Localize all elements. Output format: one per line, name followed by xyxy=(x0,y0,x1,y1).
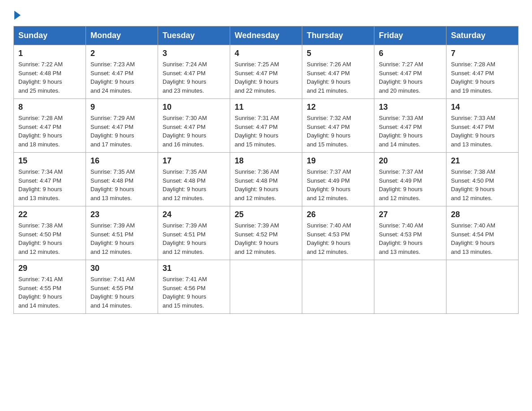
day-info: Sunrise: 7:29 AM Sunset: 4:47 PM Dayligh… xyxy=(90,114,153,149)
day-number: 3 xyxy=(163,49,225,58)
day-info: Sunrise: 7:28 AM Sunset: 4:47 PM Dayligh… xyxy=(18,114,81,149)
day-number: 10 xyxy=(163,103,225,112)
calendar-cell: 17 Sunrise: 7:35 AM Sunset: 4:48 PM Dayl… xyxy=(158,153,230,206)
calendar-cell: 24 Sunrise: 7:39 AM Sunset: 4:51 PM Dayl… xyxy=(158,206,230,260)
day-number: 23 xyxy=(90,210,153,219)
weekday-header-saturday: Saturday xyxy=(446,26,519,45)
weekday-header-monday: Monday xyxy=(86,26,158,45)
calendar-cell: 8 Sunrise: 7:28 AM Sunset: 4:47 PM Dayli… xyxy=(14,99,86,153)
calendar-cell xyxy=(446,260,519,314)
calendar-cell xyxy=(302,260,374,314)
day-number: 20 xyxy=(379,156,442,166)
day-info: Sunrise: 7:33 AM Sunset: 4:47 PM Dayligh… xyxy=(379,114,442,149)
weekday-header-wednesday: Wednesday xyxy=(230,26,302,45)
calendar-week-row: 22 Sunrise: 7:38 AM Sunset: 4:50 PM Dayl… xyxy=(14,206,519,260)
day-number: 25 xyxy=(235,210,297,219)
calendar-cell: 16 Sunrise: 7:35 AM Sunset: 4:48 PM Dayl… xyxy=(86,153,158,206)
calendar-cell: 11 Sunrise: 7:31 AM Sunset: 4:47 PM Dayl… xyxy=(230,99,302,153)
page-header xyxy=(13,9,519,17)
day-number: 5 xyxy=(307,49,369,58)
calendar-header-row: SundayMondayTuesdayWednesdayThursdayFrid… xyxy=(14,26,519,45)
calendar-cell: 6 Sunrise: 7:27 AM Sunset: 4:47 PM Dayli… xyxy=(374,45,446,99)
calendar-cell: 25 Sunrise: 7:39 AM Sunset: 4:52 PM Dayl… xyxy=(230,206,302,260)
calendar-cell: 26 Sunrise: 7:40 AM Sunset: 4:53 PM Dayl… xyxy=(302,206,374,260)
calendar-cell xyxy=(230,260,302,314)
day-info: Sunrise: 7:30 AM Sunset: 4:47 PM Dayligh… xyxy=(163,114,225,149)
day-number: 31 xyxy=(163,264,225,273)
calendar-cell xyxy=(374,260,446,314)
day-number: 28 xyxy=(451,210,514,219)
day-number: 13 xyxy=(379,103,442,112)
day-info: Sunrise: 7:27 AM Sunset: 4:47 PM Dayligh… xyxy=(379,60,442,95)
day-number: 19 xyxy=(307,156,369,166)
day-info: Sunrise: 7:41 AM Sunset: 4:56 PM Dayligh… xyxy=(163,275,225,310)
day-number: 18 xyxy=(235,156,297,166)
day-number: 12 xyxy=(307,103,369,112)
day-number: 21 xyxy=(451,156,514,166)
calendar-cell: 20 Sunrise: 7:37 AM Sunset: 4:49 PM Dayl… xyxy=(374,153,446,206)
day-info: Sunrise: 7:26 AM Sunset: 4:47 PM Dayligh… xyxy=(307,60,369,95)
day-number: 14 xyxy=(451,103,514,112)
calendar-cell: 5 Sunrise: 7:26 AM Sunset: 4:47 PM Dayli… xyxy=(302,45,374,99)
day-info: Sunrise: 7:35 AM Sunset: 4:48 PM Dayligh… xyxy=(90,167,153,202)
weekday-header-thursday: Thursday xyxy=(302,26,374,45)
day-info: Sunrise: 7:33 AM Sunset: 4:47 PM Dayligh… xyxy=(451,114,514,149)
day-info: Sunrise: 7:40 AM Sunset: 4:53 PM Dayligh… xyxy=(379,221,442,256)
logo xyxy=(13,9,21,17)
weekday-header-tuesday: Tuesday xyxy=(158,26,230,45)
calendar-cell: 3 Sunrise: 7:24 AM Sunset: 4:47 PM Dayli… xyxy=(158,45,230,99)
calendar-cell: 12 Sunrise: 7:32 AM Sunset: 4:47 PM Dayl… xyxy=(302,99,374,153)
day-info: Sunrise: 7:39 AM Sunset: 4:52 PM Dayligh… xyxy=(235,221,297,256)
day-number: 11 xyxy=(235,103,297,112)
day-info: Sunrise: 7:22 AM Sunset: 4:48 PM Dayligh… xyxy=(18,60,81,95)
day-info: Sunrise: 7:24 AM Sunset: 4:47 PM Dayligh… xyxy=(163,60,225,95)
calendar-cell: 28 Sunrise: 7:40 AM Sunset: 4:54 PM Dayl… xyxy=(446,206,519,260)
day-info: Sunrise: 7:35 AM Sunset: 4:48 PM Dayligh… xyxy=(163,167,225,202)
day-info: Sunrise: 7:32 AM Sunset: 4:47 PM Dayligh… xyxy=(307,114,369,149)
day-info: Sunrise: 7:41 AM Sunset: 4:55 PM Dayligh… xyxy=(18,275,81,310)
calendar-cell: 4 Sunrise: 7:25 AM Sunset: 4:47 PM Dayli… xyxy=(230,45,302,99)
calendar-week-row: 15 Sunrise: 7:34 AM Sunset: 4:47 PM Dayl… xyxy=(14,153,519,206)
day-number: 8 xyxy=(18,103,81,112)
day-info: Sunrise: 7:40 AM Sunset: 4:53 PM Dayligh… xyxy=(307,221,369,256)
weekday-header-friday: Friday xyxy=(374,26,446,45)
day-info: Sunrise: 7:23 AM Sunset: 4:47 PM Dayligh… xyxy=(90,60,153,95)
day-info: Sunrise: 7:38 AM Sunset: 4:50 PM Dayligh… xyxy=(451,167,514,202)
calendar-week-row: 29 Sunrise: 7:41 AM Sunset: 4:55 PM Dayl… xyxy=(14,260,519,314)
day-number: 2 xyxy=(90,49,153,58)
day-info: Sunrise: 7:31 AM Sunset: 4:47 PM Dayligh… xyxy=(235,114,297,149)
calendar-cell: 9 Sunrise: 7:29 AM Sunset: 4:47 PM Dayli… xyxy=(86,99,158,153)
day-info: Sunrise: 7:25 AM Sunset: 4:47 PM Dayligh… xyxy=(235,60,297,95)
calendar-week-row: 1 Sunrise: 7:22 AM Sunset: 4:48 PM Dayli… xyxy=(14,45,519,99)
day-number: 26 xyxy=(307,210,369,219)
day-number: 15 xyxy=(18,156,81,166)
calendar-cell: 7 Sunrise: 7:28 AM Sunset: 4:47 PM Dayli… xyxy=(446,45,519,99)
calendar-cell: 14 Sunrise: 7:33 AM Sunset: 4:47 PM Dayl… xyxy=(446,99,519,153)
calendar-cell: 30 Sunrise: 7:41 AM Sunset: 4:55 PM Dayl… xyxy=(86,260,158,314)
day-info: Sunrise: 7:34 AM Sunset: 4:47 PM Dayligh… xyxy=(18,167,81,202)
calendar-cell: 29 Sunrise: 7:41 AM Sunset: 4:55 PM Dayl… xyxy=(14,260,86,314)
day-info: Sunrise: 7:28 AM Sunset: 4:47 PM Dayligh… xyxy=(451,60,514,95)
logo-arrow-icon xyxy=(14,11,21,20)
calendar-cell: 13 Sunrise: 7:33 AM Sunset: 4:47 PM Dayl… xyxy=(374,99,446,153)
day-number: 29 xyxy=(18,264,81,273)
calendar-cell: 27 Sunrise: 7:40 AM Sunset: 4:53 PM Dayl… xyxy=(374,206,446,260)
day-number: 9 xyxy=(90,103,153,112)
day-number: 27 xyxy=(379,210,442,219)
calendar-cell: 21 Sunrise: 7:38 AM Sunset: 4:50 PM Dayl… xyxy=(446,153,519,206)
day-number: 6 xyxy=(379,49,442,58)
weekday-header-sunday: Sunday xyxy=(14,26,86,45)
day-number: 4 xyxy=(235,49,297,58)
day-number: 17 xyxy=(163,156,225,166)
day-info: Sunrise: 7:39 AM Sunset: 4:51 PM Dayligh… xyxy=(90,221,153,256)
day-number: 1 xyxy=(18,49,81,58)
calendar-cell: 10 Sunrise: 7:30 AM Sunset: 4:47 PM Dayl… xyxy=(158,99,230,153)
calendar-week-row: 8 Sunrise: 7:28 AM Sunset: 4:47 PM Dayli… xyxy=(14,99,519,153)
calendar-cell: 2 Sunrise: 7:23 AM Sunset: 4:47 PM Dayli… xyxy=(86,45,158,99)
calendar-cell: 18 Sunrise: 7:36 AM Sunset: 4:48 PM Dayl… xyxy=(230,153,302,206)
calendar-cell: 31 Sunrise: 7:41 AM Sunset: 4:56 PM Dayl… xyxy=(158,260,230,314)
calendar-cell: 15 Sunrise: 7:34 AM Sunset: 4:47 PM Dayl… xyxy=(14,153,86,206)
calendar-cell: 1 Sunrise: 7:22 AM Sunset: 4:48 PM Dayli… xyxy=(14,45,86,99)
calendar-cell: 22 Sunrise: 7:38 AM Sunset: 4:50 PM Dayl… xyxy=(14,206,86,260)
calendar-table: SundayMondayTuesdayWednesdayThursdayFrid… xyxy=(13,26,519,314)
